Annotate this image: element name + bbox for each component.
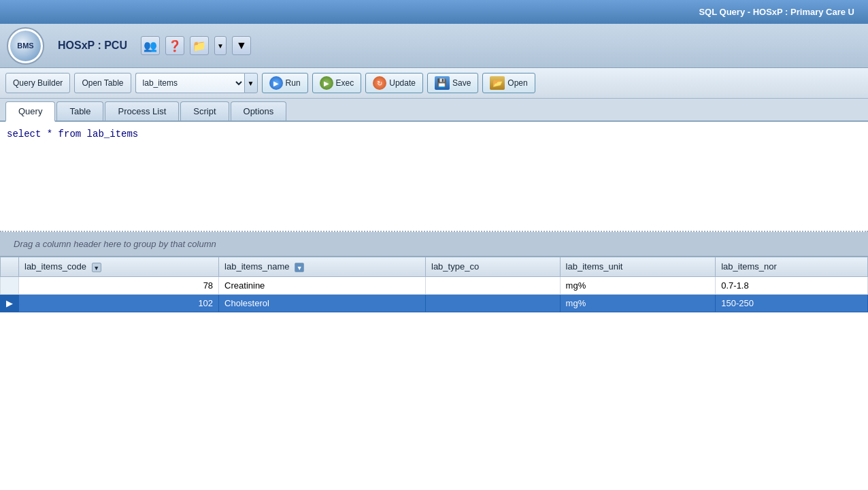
col-label-lab-items-unit: lab_items_unit [566,261,623,272]
cell-lab_items_normal: 0.7-1.8 [716,276,868,294]
cell-lab_items_code: 78 [19,276,219,294]
query-builder-label: Query Builder [13,78,63,88]
row-indicator-header [1,257,19,277]
folder-icon[interactable]: 📁 [190,36,209,55]
run-icon: ▶ [269,76,283,90]
tab-bar: Query Table Process List Script Options [0,99,868,122]
col-label-lab-type-code: lab_type_co [431,261,479,272]
col-label-lab-items-code: lab_items_code [24,261,86,272]
logo: BMS [7,27,44,65]
filter-icon-lab-items-code[interactable]: ▼ [92,263,101,272]
tab-options[interactable]: Options [231,101,287,120]
query-editor[interactable] [0,122,868,231]
table-select-wrap: lab_items ▼ [135,73,258,93]
cell-lab_items_unit: mg% [560,276,716,294]
users-icon[interactable]: 👥 [141,36,160,55]
down-arrow-icon[interactable]: ▼ [232,36,251,55]
table-select[interactable]: lab_items [135,73,244,93]
table-row[interactable]: 78Creatininemg%0.7-1.8 [1,276,868,294]
save-button[interactable]: 💾 Save [427,73,478,93]
table-row[interactable]: ▶102Cholesterolmg%150-250 [1,294,868,312]
help-icon[interactable]: ❓ [165,36,184,55]
open-icon: 📂 [490,76,505,90]
folder-dropdown-icon[interactable]: ▼ [214,36,227,55]
bms-label: BMS [17,42,33,50]
update-button[interactable]: ↻ Update [365,73,423,93]
run-label: Run [286,78,301,88]
cell-lab_type_code [426,276,561,294]
query-builder-button[interactable]: Query Builder [5,73,70,93]
toolbar: Query Builder Open Table lab_items ▼ ▶ R… [0,68,868,99]
title-bar-text: SQL Query - HOSxP : Primary Care U [699,7,854,17]
col-header-lab-items-code[interactable]: lab_items_code ▼ [19,257,219,277]
col-header-lab-items-name[interactable]: lab_items_name ▼ [219,257,426,277]
update-label: Update [389,78,416,88]
col-header-lab-items-normal[interactable]: lab_items_nor [716,257,868,277]
app-title: HOSxP : PCU [58,39,127,52]
cell-lab_items_normal: 150-250 [716,294,868,312]
open-label: Open [507,78,527,88]
tab-query[interactable]: Query [5,101,55,122]
row-indicator: ▶ [1,294,19,312]
save-icon: 💾 [435,76,450,90]
logo-inner: BMS [10,31,41,61]
col-header-lab-items-unit[interactable]: lab_items_unit [560,257,716,277]
cell-lab_type_code [426,294,561,312]
tab-script[interactable]: Script [180,101,229,120]
table-container[interactable]: lab_items_code ▼ lab_items_name ▼ lab_ty… [0,257,868,490]
cell-lab_items_code: 102 [19,294,219,312]
run-button[interactable]: ▶ Run [262,73,308,93]
cell-lab_items_unit: mg% [560,294,716,312]
col-label-lab-items-normal: lab_items_nor [721,261,777,272]
results-table: lab_items_code ▼ lab_items_name ▼ lab_ty… [0,257,868,312]
cell-lab_items_name: Cholesterol [219,294,426,312]
save-label: Save [452,78,471,88]
open-button[interactable]: 📂 Open [482,73,535,93]
main-area: Query Table Process List Script Options … [0,99,868,490]
results-area: Drag a column header here to group by th… [0,232,868,490]
tab-process-list[interactable]: Process List [105,101,179,120]
table-header-row: lab_items_code ▼ lab_items_name ▼ lab_ty… [1,257,868,277]
open-table-button[interactable]: Open Table [74,73,131,93]
group-by-hint: Drag a column header here to group by th… [0,232,868,257]
exec-label: Exec [336,78,354,88]
cell-lab_items_name: Creatinine [219,276,426,294]
filter-icon-lab-items-name[interactable]: ▼ [295,263,304,272]
tab-table[interactable]: Table [56,101,103,120]
col-header-lab-type-code[interactable]: lab_type_co [426,257,561,277]
header-icons: 👥 ❓ 📁 ▼ ▼ [141,36,251,55]
row-indicator [1,276,19,294]
open-table-label: Open Table [82,78,123,88]
title-bar: SQL Query - HOSxP : Primary Care U [0,0,868,24]
app-header: BMS HOSxP : PCU 👥 ❓ 📁 ▼ ▼ [0,24,868,68]
table-select-arrow[interactable]: ▼ [244,73,258,93]
exec-button[interactable]: ▶ Exec [312,73,362,93]
col-label-lab-items-name: lab_items_name [224,261,289,272]
update-icon: ↻ [373,76,386,90]
exec-icon: ▶ [320,76,333,90]
